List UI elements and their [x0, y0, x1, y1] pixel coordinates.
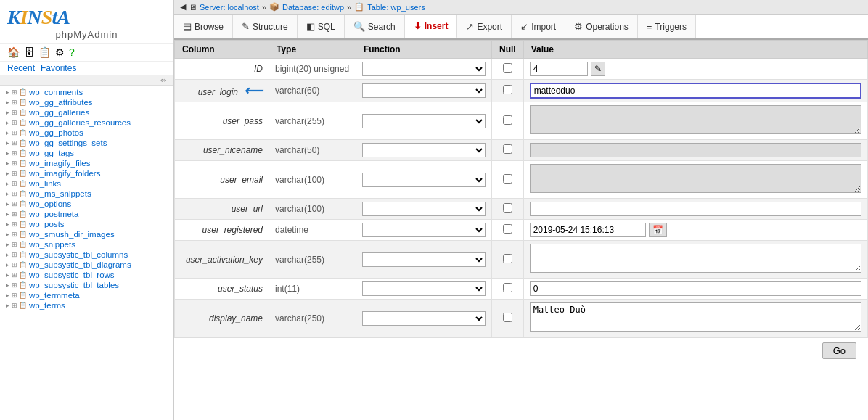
- tree-item[interactable]: ▸ ⊞ 📋wp_supsystic_tbl_tables: [0, 280, 173, 290]
- col-function[interactable]: [356, 300, 492, 337]
- value-textarea[interactable]: [530, 302, 861, 332]
- col-value[interactable]: [523, 279, 867, 300]
- col-value[interactable]: [523, 102, 867, 140]
- col-function[interactable]: [356, 241, 492, 279]
- null-checkbox[interactable]: [503, 85, 512, 94]
- tree-item[interactable]: ▸ ⊞ 📋wp_postmeta: [0, 209, 173, 219]
- toolbar-btn-triggers[interactable]: ≡Triggers: [638, 15, 696, 38]
- col-null[interactable]: [492, 140, 524, 161]
- col-null[interactable]: [492, 220, 524, 241]
- tree-item[interactable]: ▸ ⊞ 📋wp_terms: [0, 300, 173, 310]
- tree-item[interactable]: ▸ ⊞ 📋wp_comments: [0, 87, 173, 97]
- tree-item[interactable]: ▸ ⊞ 📋wp_supsystic_tbl_columns: [0, 250, 173, 260]
- calendar-icon[interactable]: 📅: [649, 223, 667, 237]
- table-link[interactable]: Table: wp_users: [367, 3, 425, 12]
- col-function[interactable]: [356, 102, 492, 140]
- null-checkbox[interactable]: [503, 63, 512, 73]
- tree-item[interactable]: ▸ ⊞ 📋wp_gg_tags: [0, 148, 173, 158]
- null-checkbox[interactable]: [503, 283, 512, 292]
- tree-item[interactable]: ▸ ⊞ 📋wp_gg_galleries: [0, 107, 173, 118]
- col-null[interactable]: [492, 80, 524, 102]
- function-select[interactable]: [362, 252, 486, 267]
- server-link[interactable]: Server: localhost: [200, 3, 259, 12]
- tree-item[interactable]: ▸ ⊞ 📋wp_gg_settings_sets: [0, 138, 173, 148]
- tree-item[interactable]: ▸ ⊞ 📋wp_ms_snippets: [0, 189, 173, 199]
- function-select[interactable]: [362, 281, 486, 296]
- tree-item[interactable]: ▸ ⊞ 📋wp_supsystic_tbl_diagrams: [0, 260, 173, 270]
- toolbar-btn-browse[interactable]: ▤Browse: [174, 15, 233, 38]
- col-null[interactable]: [492, 241, 524, 279]
- col-function[interactable]: [356, 161, 492, 199]
- go-button[interactable]: Go: [822, 342, 856, 359]
- tree-item[interactable]: ▸ ⊞ 📋wp_options: [0, 199, 173, 209]
- datetime-input[interactable]: [530, 223, 646, 237]
- value-textarea[interactable]: [530, 164, 861, 193]
- function-select[interactable]: [362, 202, 486, 216]
- col-function[interactable]: [356, 220, 492, 241]
- toolbar-btn-operations[interactable]: ⚙Operations: [565, 15, 638, 38]
- col-value[interactable]: [523, 300, 867, 337]
- col-value[interactable]: [523, 140, 867, 161]
- col-value[interactable]: [523, 241, 867, 279]
- value-input[interactable]: [530, 62, 588, 76]
- col-value[interactable]: [523, 199, 867, 220]
- home-icon[interactable]: 🏠: [7, 46, 20, 58]
- col-function[interactable]: [356, 80, 492, 102]
- null-checkbox[interactable]: [503, 174, 512, 184]
- function-select[interactable]: [362, 223, 486, 237]
- id-edit-icon[interactable]: ✎: [591, 62, 605, 76]
- col-value[interactable]: 📅: [523, 220, 867, 241]
- col-null[interactable]: [492, 199, 524, 220]
- tree-item[interactable]: ▸ ⊞ 📋wp_gg_galleries_resources: [0, 118, 173, 128]
- function-select[interactable]: [362, 311, 486, 326]
- tree-item[interactable]: ▸ ⊞ 📋wp_imagify_folders: [0, 168, 173, 178]
- function-select[interactable]: [362, 143, 486, 157]
- col-null[interactable]: [492, 279, 524, 300]
- database-link[interactable]: Database: editwp: [282, 3, 344, 12]
- recent-link[interactable]: Recent: [7, 63, 35, 73]
- col-value[interactable]: [523, 161, 867, 199]
- col-function[interactable]: [356, 140, 492, 161]
- null-checkbox[interactable]: [503, 224, 512, 234]
- value-textarea[interactable]: [530, 244, 861, 273]
- null-checkbox[interactable]: [503, 254, 512, 263]
- col-value[interactable]: [523, 80, 867, 102]
- tree-item[interactable]: ▸ ⊞ 📋wp_gg_photos: [0, 128, 173, 138]
- col-null[interactable]: [492, 300, 524, 337]
- table-icon[interactable]: 📋: [38, 46, 51, 58]
- function-select[interactable]: [362, 62, 486, 76]
- tree-item[interactable]: ▸ ⊞ 📋wp_imagify_files: [0, 158, 173, 168]
- toolbar-btn-insert[interactable]: ⬇Insert: [405, 15, 458, 38]
- tree-item[interactable]: ▸ ⊞ 📋wp_termmeta: [0, 290, 173, 300]
- null-checkbox[interactable]: [503, 115, 512, 125]
- back-btn[interactable]: ◀: [180, 2, 186, 12]
- value-input[interactable]: [530, 281, 861, 296]
- col-function[interactable]: [356, 199, 492, 220]
- help-icon[interactable]: ?: [69, 46, 75, 58]
- col-function[interactable]: [356, 59, 492, 80]
- toolbar-btn-sql[interactable]: ◧SQL: [298, 15, 345, 38]
- toolbar-btn-export[interactable]: ↗Export: [457, 15, 512, 38]
- value-input[interactable]: [530, 202, 861, 216]
- tree-item[interactable]: ▸ ⊞ 📋wp_smush_dir_images: [0, 229, 173, 239]
- expand-toggle[interactable]: ⇔: [0, 75, 173, 86]
- value-input[interactable]: [530, 143, 861, 157]
- function-select[interactable]: [362, 114, 486, 128]
- db-icon[interactable]: 🗄: [24, 46, 34, 58]
- col-function[interactable]: [356, 279, 492, 300]
- function-select[interactable]: [362, 83, 486, 98]
- function-select[interactable]: [362, 173, 486, 187]
- col-value[interactable]: ✎: [523, 59, 867, 80]
- col-null[interactable]: [492, 59, 524, 80]
- tree-item[interactable]: ▸ ⊞ 📋wp_posts: [0, 219, 173, 229]
- favorites-link[interactable]: Favorites: [41, 63, 76, 73]
- value-input[interactable]: [530, 83, 861, 99]
- null-checkbox[interactable]: [503, 313, 512, 322]
- toolbar-btn-import[interactable]: ↙Import: [512, 15, 565, 38]
- tree-item[interactable]: ▸ ⊞ 📋wp_supsystic_tbl_rows: [0, 270, 173, 280]
- tree-item[interactable]: ▸ ⊞ 📋wp_snippets: [0, 239, 173, 250]
- tree-item[interactable]: ▸ ⊞ 📋wp_links: [0, 178, 173, 189]
- col-null[interactable]: [492, 102, 524, 140]
- null-checkbox[interactable]: [503, 203, 512, 213]
- col-null[interactable]: [492, 161, 524, 199]
